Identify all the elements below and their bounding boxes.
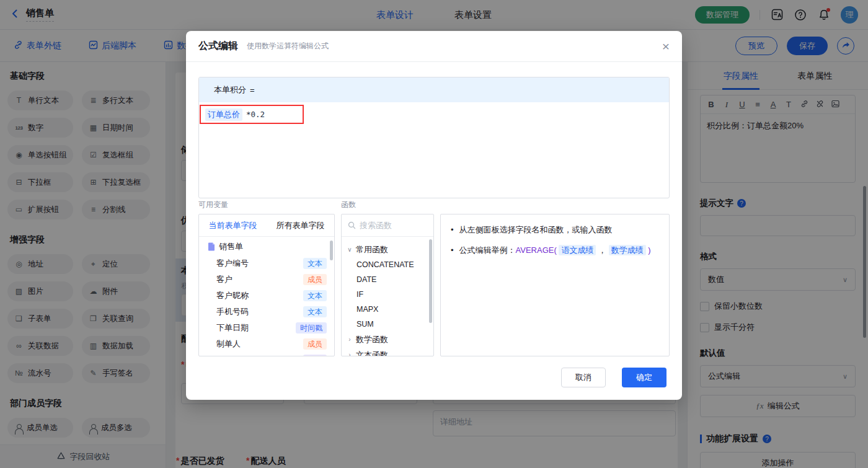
confirm-button[interactable]: 确定	[622, 368, 666, 387]
function-item-date[interactable]: DATE	[342, 272, 433, 287]
app-window: 销售单 表单设计 表单设置 数据管理 理 表单外链	[0, 0, 868, 468]
function-item-concatenate[interactable]: CONCATENATE	[342, 257, 433, 272]
formula-expression: *0.2	[246, 110, 265, 119]
type-badge: 文本	[303, 306, 327, 317]
type-badge: 时间戳	[296, 322, 327, 333]
modal-subtitle: 使用数学运算符编辑公式	[247, 41, 329, 51]
example-chip-chinese-score: 语文成绩	[559, 245, 596, 255]
modal-title: 公式编辑	[198, 40, 238, 53]
bullet-dot: •	[451, 244, 454, 257]
variables-pane-label: 可用变量	[198, 200, 228, 210]
variable-row-partial[interactable]	[199, 352, 334, 356]
functions-pane-label: 函数	[341, 200, 356, 210]
help-bullet-2: • 公式编辑举例：AVERAGE( 语文成绩 ， 数学成绩 )	[451, 244, 659, 257]
function-search-input[interactable]	[360, 221, 422, 230]
field-chip-order-total[interactable]: 订单总价	[205, 108, 242, 121]
variables-panel: 当前表单字段 所有表单字段 销售单 客户编号文本 客户成员 客户昵称文本 手机号…	[198, 214, 335, 356]
tab-current-form-fields[interactable]: 当前表单字段	[199, 214, 267, 236]
formula-editor[interactable]: 本单积分 =	[198, 77, 670, 198]
caret-right-icon: ›	[347, 336, 353, 343]
function-group-common[interactable]: ∨常用函数	[342, 242, 433, 257]
formula-selection-highlight[interactable]: 订单总价 *0.2	[200, 105, 304, 124]
document-icon	[208, 242, 215, 251]
variable-row[interactable]: 客户成员	[199, 272, 334, 288]
form-tree-root[interactable]: 销售单	[199, 238, 334, 255]
function-item-mapx[interactable]: MAPX	[342, 302, 433, 317]
formula-target-bar: 本单积分 =	[199, 77, 669, 102]
functions-panel: ∨常用函数 CONCATENATE DATE IF MAPX SUM ›数学函数…	[341, 214, 434, 356]
variable-row[interactable]: 手机号码文本	[199, 304, 334, 320]
formula-target-field: 本单积分	[214, 84, 246, 95]
tab-all-form-fields[interactable]: 所有表单字段	[267, 214, 334, 236]
formula-help-panel: • 从左侧面板选择字段名和函数，或输入函数 • 公式编辑举例：AVERAGE( …	[440, 214, 670, 356]
help-bullet-1: • 从左侧面板选择字段名和函数，或输入函数	[451, 223, 659, 237]
caret-right-icon: ›	[347, 351, 353, 356]
caret-down-icon: ∨	[347, 246, 353, 253]
function-search[interactable]	[342, 214, 433, 237]
bullet-dot: •	[451, 223, 454, 237]
functions-scrollbar[interactable]	[429, 239, 432, 323]
variable-row[interactable]: 客户昵称文本	[199, 288, 334, 304]
close-icon[interactable]: ×	[662, 40, 670, 53]
type-badge: 文本	[303, 258, 327, 269]
type-badge	[303, 355, 327, 356]
type-badge: 成员	[303, 338, 327, 350]
variable-row[interactable]: 制单人成员	[199, 336, 334, 352]
variable-row[interactable]: 客户编号文本	[199, 255, 334, 272]
type-badge: 成员	[303, 274, 327, 285]
search-icon	[348, 221, 356, 229]
formula-edit-modal: 公式编辑 使用数学运算符编辑公式 × 本单积分 = 订单总价 *0.2 可用变量…	[186, 31, 682, 400]
function-group-text[interactable]: ›文本函数	[342, 347, 433, 356]
variable-row[interactable]: 下单日期时间戳	[199, 320, 334, 336]
function-item-if[interactable]: IF	[342, 287, 433, 302]
example-chip-math-score: 数学成绩	[609, 245, 646, 255]
cancel-button[interactable]: 取消	[561, 368, 606, 387]
equals-sign: =	[250, 86, 255, 95]
function-group-math[interactable]: ›数学函数	[342, 332, 433, 347]
example-function-name: AVERAGE(	[516, 245, 557, 255]
function-item-sum[interactable]: SUM	[342, 317, 433, 332]
variables-scrollbar[interactable]	[330, 241, 333, 260]
type-badge: 文本	[303, 290, 327, 301]
